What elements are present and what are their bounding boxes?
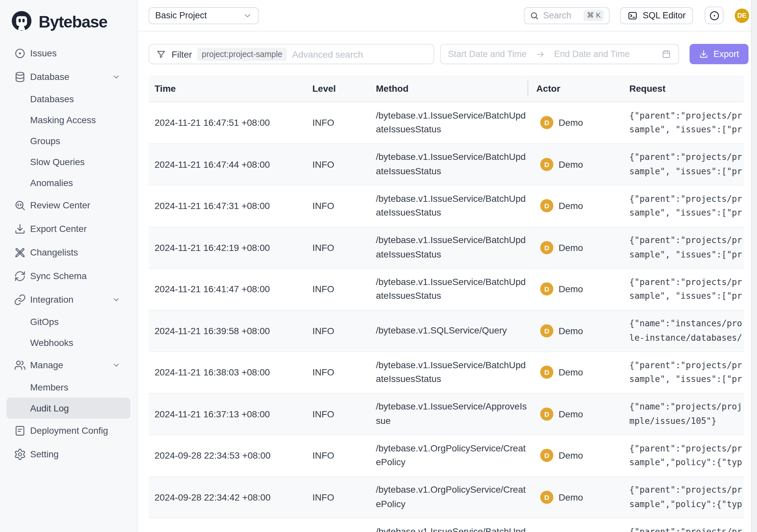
sidebar-item-masking-access[interactable]: Masking Access bbox=[7, 110, 130, 130]
sidebar-item-slow-queries[interactable]: Slow Queries bbox=[7, 151, 130, 172]
request-line-2: sample", "issues":["pr bbox=[629, 248, 744, 262]
actor-avatar: D bbox=[540, 408, 553, 421]
actor-avatar: D bbox=[540, 241, 553, 254]
download-icon bbox=[14, 222, 26, 235]
sidebar-item-label: Members bbox=[30, 382, 69, 392]
actor-avatar: D bbox=[540, 491, 553, 504]
sidebar-item-databases[interactable]: Databases bbox=[7, 88, 130, 110]
request-line-1: {"parent":"projects/pr bbox=[629, 234, 744, 248]
sidebar-item-database[interactable]: Database bbox=[7, 65, 130, 88]
cell-level: INFO bbox=[312, 367, 376, 378]
sidebar-item-review-center[interactable]: Review Center bbox=[7, 193, 130, 217]
table-row: 2024-11-21 16:38:03 +08:00INFO/bytebase.… bbox=[149, 352, 744, 393]
cell-level: INFO bbox=[312, 451, 376, 461]
search-placeholder: Search bbox=[543, 11, 580, 20]
cell-actor: DDemo bbox=[527, 283, 629, 296]
sql-editor-button[interactable]: SQL Editor bbox=[621, 7, 693, 24]
actor-avatar: D bbox=[540, 324, 553, 337]
sidebar-item-issues[interactable]: Issues bbox=[7, 41, 130, 65]
sidebar-item-label: Slow Queries bbox=[30, 157, 85, 167]
request-line-1: {"name":"instances/pro bbox=[629, 317, 744, 331]
sidebar-item-audit-log[interactable]: Audit Log bbox=[7, 398, 130, 419]
sidebar-item-export-center[interactable]: Export Center bbox=[7, 217, 130, 240]
chevron-down-icon bbox=[112, 295, 120, 304]
funnel-icon bbox=[156, 49, 166, 59]
column-resize-handle[interactable] bbox=[527, 80, 529, 96]
request-line-2: mple/issues/105"} bbox=[629, 414, 744, 428]
sidebar-item-anomalies[interactable]: Anomalies bbox=[7, 172, 130, 193]
request-line-1: {"parent":"projects/pr bbox=[629, 359, 744, 372]
sidebar-item-label: Export Center bbox=[30, 223, 87, 234]
vertical-scrollbar[interactable] bbox=[751, 0, 757, 532]
sidebar-nav: IssuesDatabaseDatabasesMasking AccessGro… bbox=[0, 41, 137, 466]
sidebar-item-changelists[interactable]: Changelists bbox=[7, 240, 130, 264]
sidebar-item-manage[interactable]: Manage bbox=[7, 353, 130, 377]
cell-method: /bytebase.v1.IssueService/BatchUpdateIss… bbox=[376, 192, 527, 220]
sidebar-item-gitops[interactable]: GitOps bbox=[7, 311, 130, 332]
actor-avatar: D bbox=[540, 200, 553, 213]
sidebar-item-setting[interactable]: Setting bbox=[7, 442, 130, 466]
table-row: 2024-11-21 16:37:13 +08:00INFO/bytebase.… bbox=[149, 393, 744, 435]
date-range-picker[interactable]: Start Date and Time End Date and Time bbox=[440, 44, 679, 64]
project-selector-value: Basic Project bbox=[155, 11, 207, 20]
column-header-request: Request bbox=[629, 83, 744, 94]
chevron-down-icon bbox=[243, 11, 252, 20]
topbar: Basic Project Search ⌘ K SQL E bbox=[137, 0, 757, 31]
circle-dot-button[interactable] bbox=[705, 7, 724, 24]
column-header-method: Method bbox=[376, 83, 527, 94]
actor-avatar: D bbox=[540, 283, 553, 296]
cell-request: {"parent":"projects/prsample", "issues":… bbox=[629, 359, 744, 387]
sidebar-item-label: Database bbox=[30, 72, 70, 82]
cell-actor: DDemo bbox=[527, 491, 629, 504]
search-button[interactable]: Search ⌘ K bbox=[524, 7, 610, 24]
cell-time: 2024-11-21 16:39:58 +08:00 bbox=[149, 326, 312, 336]
request-line-1: {"parent":"projects/pr bbox=[629, 109, 744, 123]
cell-time: 2024-11-21 16:47:31 +08:00 bbox=[149, 201, 312, 211]
sidebar-item-label: Audit Log bbox=[30, 403, 69, 413]
bytebase-logo[interactable]: Bytebase bbox=[0, 0, 137, 35]
actor-name: Demo bbox=[559, 451, 583, 461]
filter-chip[interactable]: project:project-sample bbox=[197, 47, 287, 61]
export-button[interactable]: Export bbox=[689, 44, 748, 64]
actor-name: Demo bbox=[559, 118, 583, 128]
sidebar-item-label: Anomalies bbox=[30, 177, 73, 188]
database-icon bbox=[14, 71, 26, 83]
cell-time: 2024-11-21 16:38:03 +08:00 bbox=[149, 367, 312, 378]
cell-time: 2024-11-21 16:47:51 +08:00 bbox=[149, 118, 312, 128]
sidebar-item-webhooks[interactable]: Webhooks bbox=[7, 332, 130, 353]
request-line-1: {"name":"projects/proj bbox=[629, 400, 744, 414]
gear-icon bbox=[14, 448, 26, 460]
code-search-icon bbox=[14, 199, 26, 211]
filter-search-input[interactable]: Filter project:project-sample Advanced s… bbox=[149, 44, 434, 64]
filter-label: Filter bbox=[171, 49, 192, 59]
actor-name: Demo bbox=[559, 409, 583, 419]
cell-time: 2024-11-21 16:47:44 +08:00 bbox=[149, 159, 312, 170]
sidebar-item-label: GitOps bbox=[30, 316, 59, 327]
cell-request: {"parent":"projects/prsample", "issues":… bbox=[629, 109, 744, 137]
table-body: 2024-11-21 16:47:51 +08:00INFO/bytebase.… bbox=[149, 102, 744, 532]
sidebar-item-sync-schema[interactable]: Sync Schema bbox=[7, 264, 130, 288]
user-avatar[interactable]: DE bbox=[735, 8, 749, 23]
column-header-time: Time bbox=[149, 83, 312, 94]
sidebar-item-label: Masking Access bbox=[30, 115, 96, 125]
sidebar-item-label: Setting bbox=[30, 449, 59, 459]
cell-actor: DDemo bbox=[527, 158, 629, 171]
sidebar-item-groups[interactable]: Groups bbox=[7, 130, 130, 151]
sidebar-item-members[interactable]: Members bbox=[7, 377, 130, 398]
sidebar-item-label: Integration bbox=[30, 294, 73, 305]
request-line-1: {"parent":"projects/pr bbox=[629, 275, 744, 289]
cell-time: 2024-11-21 16:37:13 +08:00 bbox=[149, 409, 312, 419]
file-lines-icon bbox=[14, 424, 26, 437]
calendar-icon[interactable] bbox=[661, 49, 671, 59]
sidebar-item-label: Changelists bbox=[30, 247, 78, 258]
users-icon bbox=[14, 359, 26, 371]
project-selector[interactable]: Basic Project bbox=[149, 7, 259, 24]
sidebar-item-integration[interactable]: Integration bbox=[7, 288, 130, 311]
cell-level: INFO bbox=[312, 242, 376, 253]
cell-level: INFO bbox=[312, 284, 376, 295]
request-line-2: sample", "issues":["pr bbox=[629, 123, 744, 137]
cell-request: {"parent":"projects/prsample", "issues":… bbox=[629, 150, 744, 178]
sidebar-item-label: Databases bbox=[30, 94, 74, 104]
cell-level: INFO bbox=[312, 201, 376, 211]
sidebar-item-deployment-config[interactable]: Deployment Config bbox=[7, 419, 130, 442]
